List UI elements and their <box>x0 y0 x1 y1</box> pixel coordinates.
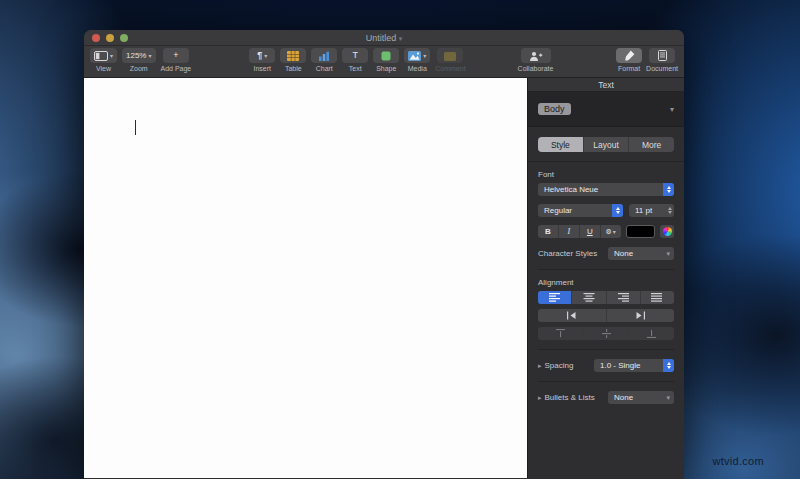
stepper-icon <box>663 359 674 372</box>
chevron-down-icon: ▾ <box>666 250 670 258</box>
shape-button[interactable]: Shape <box>373 48 399 72</box>
gear-icon: ⚙ <box>606 228 612 235</box>
window-title: Untitled ▾ <box>84 33 684 43</box>
toolbar: ▾ View 125% ▾ Zoom + Add Page ¶ ▾ Insert <box>84 46 684 78</box>
chevron-down-icon: ▾ <box>110 53 113 59</box>
pilcrow-icon: ¶ <box>257 51 262 60</box>
paragraph-style-value: Body <box>538 103 571 115</box>
vertical-alignment-control <box>538 327 674 340</box>
plus-icon: + <box>173 51 178 60</box>
disclosure-triangle-icon: ▸ <box>538 394 542 402</box>
format-button[interactable]: Format <box>616 48 642 72</box>
tab-more[interactable]: More <box>628 137 674 152</box>
shape-icon <box>381 47 391 65</box>
pages-app-window: Untitled ▾ ▾ View 125% ▾ Zoom + Add Page <box>84 30 684 479</box>
tab-layout[interactable]: Layout <box>583 137 629 152</box>
text-style-buttons: B I U ⚙ ▾ <box>538 225 621 238</box>
chart-button[interactable]: Chart <box>311 48 337 72</box>
align-center-button[interactable] <box>571 291 605 304</box>
comment-icon <box>444 47 456 65</box>
italic-button[interactable]: I <box>558 225 579 238</box>
titlebar: Untitled ▾ <box>84 30 684 46</box>
decrease-indent-button[interactable] <box>538 309 606 322</box>
document-icon <box>658 47 667 65</box>
tab-style[interactable]: Style <box>538 137 583 152</box>
bold-button[interactable]: B <box>538 225 558 238</box>
insert-button[interactable]: ¶ ▾ Insert <box>249 48 275 72</box>
valign-top-button <box>538 327 583 340</box>
stepper-icon <box>668 204 672 217</box>
bullets-row-label[interactable]: ▸ Bullets & Lists <box>538 393 595 402</box>
increase-indent-button[interactable] <box>606 309 675 322</box>
chevron-down-icon: ▾ <box>264 53 267 59</box>
format-brush-icon <box>624 47 635 65</box>
align-right-button[interactable] <box>606 291 640 304</box>
paragraph-style-selector[interactable]: Body ▾ <box>528 92 684 127</box>
view-button[interactable]: ▾ View <box>90 48 117 72</box>
collaborate-icon <box>528 47 543 65</box>
text-tool-icon: T <box>353 51 359 60</box>
font-size-stepper[interactable]: 11 pt <box>629 204 674 217</box>
chevron-down-icon: ▾ <box>670 105 674 114</box>
color-wheel-button[interactable] <box>660 225 674 238</box>
font-weight-select[interactable]: Regular <box>538 204 623 217</box>
valign-bottom-button <box>628 327 674 340</box>
sidebar-header: Text <box>528 78 684 92</box>
alignment-section-label: Alignment <box>538 278 674 287</box>
bullets-select[interactable]: None ▾ <box>608 391 674 404</box>
document-canvas[interactable] <box>84 78 527 478</box>
font-section-label: Font <box>538 170 674 179</box>
indent-control <box>538 309 674 322</box>
table-icon <box>287 47 299 65</box>
text-cursor <box>135 120 136 135</box>
align-justify-button[interactable] <box>640 291 674 304</box>
media-icon <box>408 47 421 65</box>
chevron-down-icon: ▾ <box>666 394 670 402</box>
watermark: wtvid.com <box>712 455 764 467</box>
collaborate-button[interactable]: Collaborate <box>518 48 554 72</box>
valign-middle-button <box>583 327 629 340</box>
table-button[interactable]: Table <box>280 48 306 72</box>
stepper-icon <box>663 183 674 196</box>
view-icon <box>94 47 108 65</box>
comment-button: Comment <box>435 48 465 72</box>
align-left-button[interactable] <box>538 291 571 304</box>
title-chevron-icon[interactable]: ▾ <box>399 35 403 42</box>
chevron-down-icon: ▾ <box>613 229 616 235</box>
spacing-select[interactable]: 1.0 - Single <box>594 359 674 372</box>
underline-button[interactable]: U <box>579 225 600 238</box>
text-button[interactable]: T Text <box>342 48 368 72</box>
stepper-icon <box>612 204 623 217</box>
character-styles-select[interactable]: None ▾ <box>608 247 674 260</box>
chart-icon <box>318 47 330 65</box>
text-color-well[interactable] <box>626 225 656 238</box>
font-family-select[interactable]: Helvetica Neue <box>538 183 674 196</box>
document-button[interactable]: Document <box>646 48 678 72</box>
style-tabs: Style Layout More <box>538 137 674 152</box>
chevron-down-icon: ▾ <box>148 53 151 59</box>
more-text-options-button[interactable]: ⚙ ▾ <box>600 225 621 238</box>
character-styles-label: Character Styles <box>538 249 597 258</box>
zoom-button[interactable]: 125% ▾ Zoom <box>122 48 155 72</box>
chevron-down-icon: ▾ <box>423 53 426 59</box>
spacing-row-label[interactable]: ▸ Spacing <box>538 361 573 370</box>
format-sidebar: Text Body ▾ Style Layout More Font Helve… <box>527 78 684 478</box>
color-wheel-icon <box>663 227 672 236</box>
media-button[interactable]: ▾ Media <box>404 48 430 72</box>
disclosure-triangle-icon: ▸ <box>538 362 542 370</box>
horizontal-alignment-control <box>538 291 674 304</box>
add-page-button[interactable]: + Add Page <box>161 48 192 72</box>
